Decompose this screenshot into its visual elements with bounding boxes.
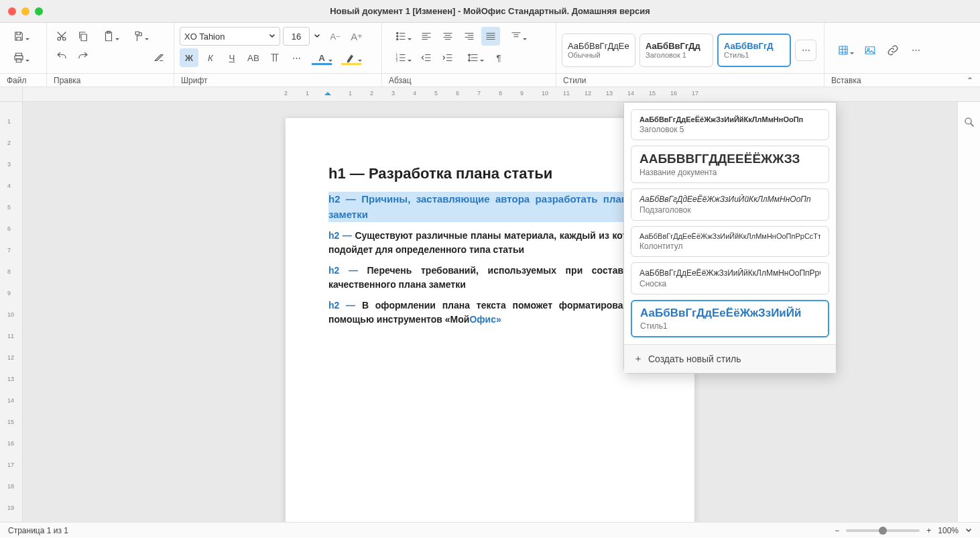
bullet-list-button[interactable] — [387, 27, 414, 46]
align-justify-button[interactable] — [481, 27, 500, 46]
underline-button[interactable]: Ч — [223, 48, 241, 67]
decrease-font-button[interactable]: A− — [326, 27, 345, 46]
strikethrough-button[interactable]: АВ — [244, 48, 263, 67]
popup-style-Название документа[interactable]: ААББВВГГДДЕЕЁЁЖЖЗЗНазвание документа — [631, 146, 829, 183]
align-center-button[interactable] — [438, 27, 457, 46]
doc-p2[interactable]: h2 — Перечень требований, используемых п… — [328, 264, 652, 292]
svg-text:3: 3 — [396, 59, 398, 62]
minimize-window-button[interactable] — [21, 7, 29, 15]
group-file — [0, 23, 47, 73]
line-spacing-button[interactable] — [460, 48, 487, 67]
doc-p1[interactable]: h2 — Существуют различные планы материал… — [328, 229, 652, 257]
svg-point-10 — [397, 38, 398, 40]
zoom-in-button[interactable]: + — [926, 526, 931, 535]
doc-h1[interactable]: h1 — Разработка плана статьи — [328, 165, 652, 182]
clear-format-button[interactable] — [149, 48, 168, 67]
nonprinting-chars-button[interactable]: ¶ — [489, 48, 508, 67]
insert-image-button[interactable] — [861, 41, 879, 60]
window-title: Новый документ 1 [Изменен] - МойОфис Ста… — [330, 6, 650, 16]
statusbar: Страница 1 из 1 − + 100% — [0, 522, 980, 538]
numbered-list-button[interactable]: 123 — [387, 48, 414, 67]
styles-popup: АаБбВвГгДдЕеЁёЖжЗзИиЙйКкЛлМмНнОоПпЗаголо… — [623, 102, 837, 374]
print-button[interactable] — [5, 48, 32, 67]
main-area: 12345678910111213141516171819 h1 — Разра… — [0, 102, 980, 522]
doc-h2-selected[interactable]: h2 — Причины, заставляющие автора разраб… — [328, 192, 652, 222]
popup-style-Сноска[interactable]: АаБбВвГгДдЕеЁёЖжЗзИиЙйКкЛлМмНнОоПпРрССно… — [631, 262, 829, 294]
zoom-dropdown-icon[interactable] — [965, 527, 972, 534]
zoom-slider[interactable] — [846, 529, 920, 532]
save-button[interactable] — [5, 27, 32, 46]
popup-style-Заголовок 5[interactable]: АаБбВвГгДдЕеЁёЖжЗзИиЙйКкЛлМмНнОоПпЗаголо… — [631, 109, 829, 140]
label-file: Файл — [0, 74, 47, 87]
titlebar: Новый документ 1 [Изменен] - МойОфис Ста… — [0, 0, 980, 23]
section-labels: Файл Правка Шрифт Абзац Стили Вставка ⌃ — [0, 74, 980, 87]
font-size-select[interactable]: 16 — [283, 27, 310, 46]
svg-rect-5 — [81, 34, 86, 41]
font-family-value: XO Tahion — [184, 32, 225, 42]
font-family-select[interactable]: XO Tahion — [180, 27, 280, 46]
zoom-out-button[interactable]: − — [835, 526, 839, 535]
insert-link-button[interactable] — [883, 41, 902, 60]
group-font: XO Tahion 16 A− A+ Ж К Ч АВ ⋯ A — [174, 23, 382, 73]
insert-table-button[interactable] — [830, 41, 857, 60]
create-style-button[interactable]: ＋ Создать новый стиль — [624, 344, 836, 373]
maximize-window-button[interactable] — [35, 7, 43, 15]
font-color-button[interactable]: A — [308, 48, 335, 67]
cut-button[interactable] — [52, 27, 71, 46]
label-edit: Правка — [47, 74, 174, 87]
group-paragraph: 123 ¶ — [382, 23, 556, 73]
paste-button[interactable] — [95, 27, 122, 46]
svg-rect-2 — [16, 59, 21, 62]
popup-style-Подзаголовок[interactable]: АаБбВвГгДдЕеЁёЖжЗзИиЙйКкЛлМмНнОоПпПодзаг… — [631, 189, 829, 221]
svg-point-8 — [397, 32, 398, 34]
style-card-Обычный[interactable]: АаБбВвГгДдЕеОбычный — [562, 34, 635, 67]
font-size-dropdown[interactable] — [311, 27, 323, 46]
increase-font-button[interactable]: A+ — [347, 27, 366, 46]
all-caps-button[interactable] — [265, 48, 284, 67]
style-card-Заголовок 1[interactable]: АаБбВвГгДдЗаголовок 1 — [639, 34, 713, 67]
group-edit — [47, 23, 174, 73]
group-styles: АаБбВвГгДдЕеОбычныйАаБбВвГгДдЗаголовок 1… — [556, 23, 824, 73]
redo-button[interactable] — [74, 48, 93, 67]
zoom-controls: − + 100% — [835, 526, 972, 535]
align-right-button[interactable] — [460, 27, 479, 46]
popup-style-Стиль1[interactable]: АаБбВвГгДдЕеЁёЖжЗзИиЙйСтиль1 — [631, 300, 829, 337]
ruler-vertical: 12345678910111213141516171819 — [0, 102, 23, 522]
search-icon[interactable] — [960, 113, 979, 131]
label-font: Шрифт — [174, 74, 382, 87]
bold-button[interactable]: Ж — [180, 48, 198, 67]
style-card-Стиль1[interactable]: АаБбВвГгДСтиль1 — [717, 34, 791, 67]
increase-indent-button[interactable] — [438, 48, 457, 67]
svg-rect-14 — [839, 46, 847, 54]
highlight-color-button[interactable] — [338, 48, 365, 67]
vertical-align-button[interactable] — [503, 27, 530, 46]
copy-button[interactable] — [74, 27, 93, 46]
group-insert: ⋯ — [824, 23, 980, 73]
label-styles: Стили — [556, 74, 824, 87]
page-indicator: Страница 1 из 1 — [8, 526, 68, 535]
popup-style-Колонтитул[interactable]: АаБбВвГгДдЕеЁёЖжЗзИиЙйКкЛлМмНнОоПпРрСсТт… — [631, 226, 829, 257]
window-controls — [8, 7, 43, 15]
align-left-button[interactable] — [417, 27, 436, 46]
undo-button[interactable] — [52, 48, 71, 67]
more-styles-button[interactable]: ⋯ — [795, 40, 816, 61]
label-insert: Вставка ⌃ — [824, 74, 980, 87]
italic-button[interactable]: К — [201, 48, 220, 67]
format-painter-button[interactable] — [125, 27, 151, 46]
doc-p3[interactable]: h2 — В оформлении плана текста поможет ф… — [328, 299, 652, 327]
toolbar: XO Tahion 16 A− A+ Ж К Ч АВ ⋯ A — [0, 23, 980, 74]
zoom-value: 100% — [938, 526, 959, 535]
label-paragraph: Абзац — [382, 74, 556, 87]
svg-point-17 — [965, 118, 971, 124]
close-window-button[interactable] — [8, 7, 16, 15]
ruler-horizontal: 211234567891011121314151617 — [0, 87, 980, 102]
plus-icon: ＋ — [633, 353, 643, 365]
right-sidebar — [957, 102, 980, 522]
decrease-indent-button[interactable] — [417, 48, 436, 67]
collapse-ribbon-icon[interactable]: ⌃ — [967, 76, 973, 85]
svg-point-9 — [397, 36, 398, 37]
more-insert-button[interactable]: ⋯ — [906, 41, 925, 60]
more-font-button[interactable]: ⋯ — [287, 48, 306, 67]
